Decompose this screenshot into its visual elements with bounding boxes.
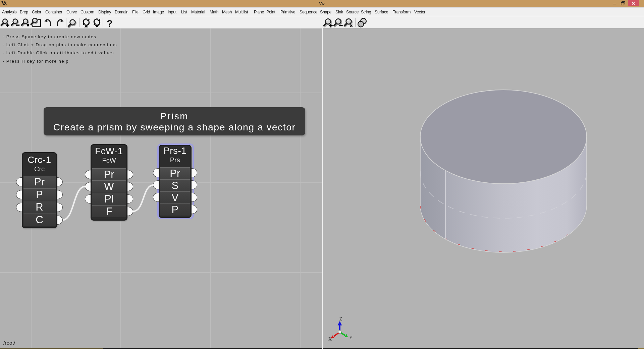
svg-text:X: X [328,337,332,342]
svg-text:Z: Z [339,316,342,322]
svg-text:Y: Y [349,335,353,340]
